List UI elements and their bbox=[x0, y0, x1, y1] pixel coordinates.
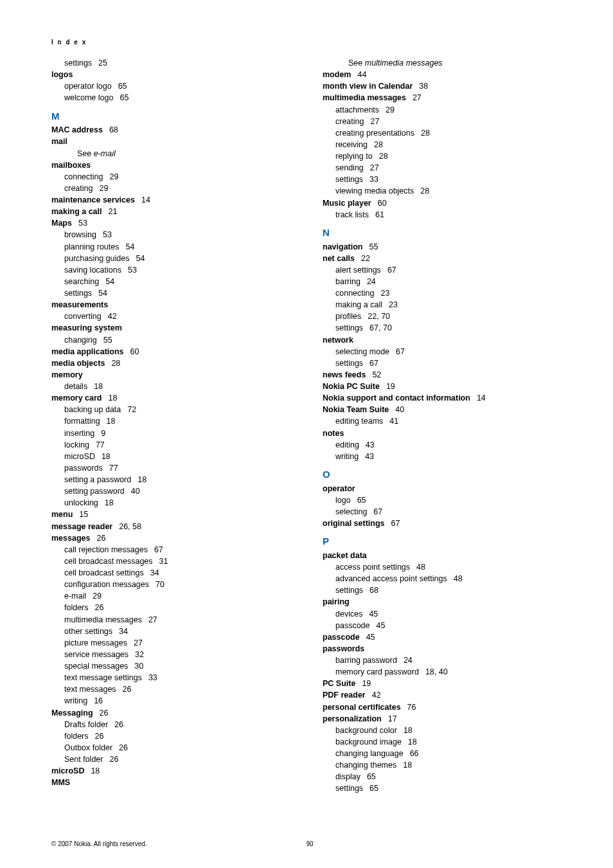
index-subentry: creating presentations28 bbox=[323, 127, 568, 139]
index-topic: month view in Calendar38 bbox=[323, 80, 568, 92]
index-subentry: Sent folder26 bbox=[51, 754, 297, 765]
index-subentry: replying to28 bbox=[323, 150, 568, 162]
page-ref: 53 bbox=[103, 230, 112, 239]
index-topic: MAC address68 bbox=[51, 124, 297, 136]
page-header: I n d e x bbox=[51, 39, 568, 46]
index-topic: mailboxes bbox=[51, 159, 297, 171]
index-subentry: backing up data72 bbox=[51, 404, 297, 415]
index-topic: maintenance services14 bbox=[51, 194, 297, 206]
page-ref: 67 bbox=[369, 359, 378, 368]
index-topic: logos bbox=[51, 69, 297, 80]
page-ref: 55 bbox=[369, 242, 378, 251]
index-subentry: setting a password18 bbox=[51, 474, 297, 485]
index-subentry: changing language66 bbox=[323, 748, 568, 759]
index-subentry: details18 bbox=[51, 381, 297, 392]
page-number: 90 bbox=[306, 840, 313, 847]
index-subentry: sending27 bbox=[323, 162, 568, 174]
page-ref: 30 bbox=[134, 662, 143, 671]
index-subentry: settings54 bbox=[51, 287, 297, 299]
page-ref: 26, 58 bbox=[119, 522, 141, 531]
index-subentry: settings67, 70 bbox=[323, 322, 568, 334]
index-subentry: barring24 bbox=[323, 276, 568, 287]
index-topic: packet data bbox=[323, 550, 568, 561]
index-subentry: editing43 bbox=[323, 439, 568, 451]
page-ref: 19 bbox=[362, 679, 371, 688]
page-ref: 77 bbox=[96, 440, 105, 449]
index-topic: passcode45 bbox=[323, 631, 568, 643]
index-topic: modem44 bbox=[323, 69, 568, 80]
index-subentry: text message settings33 bbox=[51, 672, 297, 683]
index-topic: original settings67 bbox=[323, 518, 568, 529]
index-topic: Maps53 bbox=[51, 217, 297, 229]
index-subentry: other settings34 bbox=[51, 626, 297, 637]
left-column: settings25logosoperator logo65welcome lo… bbox=[51, 57, 297, 795]
page-footer: © 2007 Nokia. All rights reserved. 90 bbox=[51, 840, 568, 847]
index-subentry: display65 bbox=[323, 771, 568, 782]
page-ref: 67, 70 bbox=[369, 323, 392, 332]
index-topic: messages26 bbox=[51, 532, 297, 544]
page-ref: 55 bbox=[103, 336, 112, 345]
index-topic: memory card18 bbox=[51, 392, 297, 404]
index-subentry: locking77 bbox=[51, 439, 297, 451]
index-subentry: inserting9 bbox=[51, 428, 297, 439]
index-subentry: alert settings67 bbox=[323, 264, 568, 276]
page-ref: 29 bbox=[93, 592, 102, 601]
page-ref: 29 bbox=[99, 184, 108, 193]
page-ref: 28 bbox=[420, 186, 429, 195]
page-ref: 26 bbox=[95, 732, 104, 741]
index-subentry: browsing53 bbox=[51, 229, 297, 240]
page-ref: 18 bbox=[91, 766, 100, 775]
index-topic: Nokia support and contact information14 bbox=[323, 392, 568, 404]
page-ref: 19 bbox=[386, 382, 395, 391]
page-ref: 22 bbox=[361, 254, 370, 263]
page-ref: 18 bbox=[105, 498, 114, 507]
index-subentry: Drafts folder26 bbox=[51, 719, 297, 730]
index-subentry: folders26 bbox=[51, 602, 297, 613]
page-ref: 33 bbox=[148, 673, 157, 682]
page-ref: 18 bbox=[94, 382, 103, 391]
index-topic: Messaging26 bbox=[51, 707, 297, 719]
right-column: See multimedia messagesmodem44month view… bbox=[323, 57, 568, 795]
index-subentry: multimedia messages27 bbox=[51, 614, 297, 626]
index-subentry: e-mail29 bbox=[51, 590, 297, 602]
page-ref: 15 bbox=[79, 510, 88, 519]
section-letter-n: N bbox=[323, 226, 568, 240]
index-subentry: memory card password18, 40 bbox=[323, 666, 568, 678]
page-ref: 16 bbox=[94, 696, 103, 705]
page-ref: 18 bbox=[107, 417, 116, 426]
page-ref: 53 bbox=[78, 219, 87, 228]
page-ref: 29 bbox=[386, 105, 395, 114]
page-ref: 41 bbox=[389, 417, 398, 426]
page-ref: 18 bbox=[109, 393, 118, 402]
index-subentry: folders26 bbox=[51, 730, 297, 742]
index-subentry: purchasing guides54 bbox=[51, 253, 297, 264]
page-ref: 40 bbox=[395, 405, 404, 414]
page-ref: 27 bbox=[134, 638, 143, 647]
index-topic: measuring system bbox=[51, 322, 297, 334]
index-subentry: writing16 bbox=[51, 695, 297, 707]
index-subentry: passcode45 bbox=[323, 620, 568, 631]
page-ref: 54 bbox=[98, 289, 107, 298]
page-ref: 29 bbox=[109, 172, 118, 181]
page-ref: 44 bbox=[357, 70, 366, 79]
page-ref: 76 bbox=[407, 703, 416, 712]
page-ref: 26 bbox=[96, 534, 105, 543]
index-subentry: planning routes54 bbox=[51, 241, 297, 253]
page-ref: 24 bbox=[367, 277, 376, 286]
index-subentry: access point settings48 bbox=[323, 561, 568, 573]
page-ref: 26 bbox=[114, 720, 123, 729]
index-topic: MMS bbox=[51, 777, 297, 788]
index-subentry: microSD18 bbox=[51, 451, 297, 462]
page-ref: 54 bbox=[136, 254, 145, 263]
page-ref: 52 bbox=[372, 370, 381, 379]
index-subentry: profiles22, 70 bbox=[323, 311, 568, 322]
index-topic: notes bbox=[323, 428, 568, 439]
page-ref: 14 bbox=[141, 195, 150, 204]
index-topic: Nokia PC Suite19 bbox=[323, 381, 568, 392]
index-topic: Music player60 bbox=[323, 197, 568, 209]
index-topic: news feeds52 bbox=[323, 369, 568, 381]
index-see-reference: See multimedia messages bbox=[323, 57, 568, 69]
index-subentry: writing43 bbox=[323, 451, 568, 462]
index-subentry: selecting mode67 bbox=[323, 346, 568, 357]
index-subentry: creating29 bbox=[51, 183, 297, 194]
